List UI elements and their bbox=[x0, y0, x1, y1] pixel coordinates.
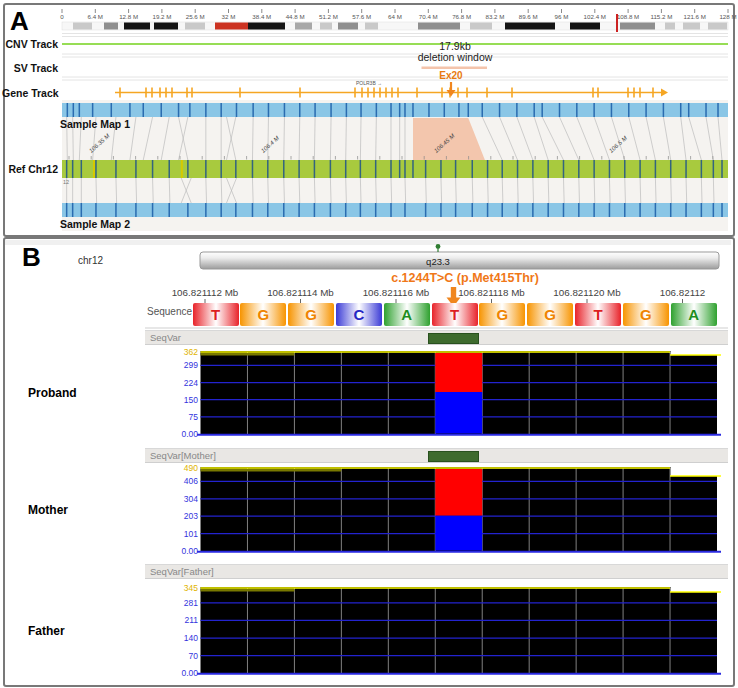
ref-label-tick bbox=[685, 160, 687, 178]
sequence-base-A: A bbox=[384, 303, 430, 326]
ruler-label: 64 M bbox=[388, 13, 402, 20]
map-molecule-tick bbox=[701, 203, 703, 217]
map-molecule-tick bbox=[399, 103, 401, 117]
y-axis-max-label: 345 bbox=[184, 583, 198, 593]
ruler-label: 51.2 M bbox=[319, 13, 338, 20]
map-molecule-tick bbox=[645, 103, 647, 117]
map-molecule-tick bbox=[578, 203, 580, 217]
map-molecule-tick bbox=[628, 103, 630, 117]
ruler-label: 25.6 M bbox=[186, 13, 205, 20]
ruler-label: 121.6 M bbox=[684, 13, 706, 20]
sample-name-mother: Mother bbox=[28, 503, 106, 517]
seqvar-label: SeqVar[Father] bbox=[150, 566, 214, 577]
map-molecule-tick bbox=[330, 103, 332, 117]
ref-label-tick bbox=[314, 160, 316, 178]
y-axis-tick-label: 101 bbox=[184, 529, 198, 539]
sample-name-father: Father bbox=[28, 624, 106, 638]
map-molecule-tick bbox=[390, 203, 392, 217]
sample-name-proband: Proband bbox=[28, 386, 106, 400]
ref-label-tick bbox=[252, 160, 254, 178]
ideogram-band bbox=[104, 23, 118, 30]
gene-name-label: POLR3B → bbox=[356, 80, 382, 86]
map-molecule-tick bbox=[563, 203, 565, 217]
map-molecule-tick bbox=[115, 203, 117, 217]
ruler-label: 102.4 M bbox=[584, 13, 606, 20]
ref-label-tick bbox=[375, 160, 377, 178]
ref-label-tick bbox=[639, 160, 641, 178]
map-molecule-tick bbox=[412, 103, 414, 117]
ref-label-tick bbox=[81, 160, 83, 178]
map-molecule-tick bbox=[187, 203, 189, 217]
gene-track-label: Gene Track bbox=[2, 87, 58, 99]
map-molecule-tick bbox=[655, 203, 657, 217]
map-molecule-tick bbox=[501, 203, 503, 217]
ruler-label: 32 M bbox=[222, 13, 236, 20]
map-molecule-tick bbox=[444, 103, 446, 117]
map-molecule-tick bbox=[680, 103, 682, 117]
cnv-track-label: CNV Track bbox=[2, 38, 58, 50]
y-axis-zero-label: 0.00 bbox=[181, 668, 198, 678]
panel-a-letter: A bbox=[10, 6, 29, 37]
map-molecule-tick bbox=[559, 103, 561, 117]
ruler-label: 76.8 M bbox=[452, 13, 471, 20]
ref-label-tick bbox=[390, 160, 392, 178]
panel-b-header-strip bbox=[5, 240, 731, 245]
position-marker-line bbox=[616, 14, 618, 32]
ref-label-tick bbox=[701, 160, 703, 178]
sv-track-label: SV Track bbox=[2, 62, 58, 74]
variant-alt-allele-block bbox=[435, 516, 482, 551]
map-molecule-tick bbox=[375, 203, 377, 217]
map-molecule-tick bbox=[252, 103, 254, 117]
ref-label-tick bbox=[425, 160, 427, 178]
map-molecule-tick bbox=[314, 103, 316, 117]
map-molecule-tick bbox=[235, 203, 237, 217]
genomic-coordinate-label: 106.821112 Mb bbox=[172, 287, 239, 298]
ref-label-tick bbox=[152, 160, 154, 178]
ref-yellow-tick bbox=[93, 160, 95, 178]
map-molecule-tick bbox=[376, 103, 378, 117]
ideogram-band bbox=[185, 23, 205, 30]
map-molecule-tick bbox=[220, 103, 222, 117]
map-molecule-tick bbox=[160, 103, 162, 117]
map-molecule-tick bbox=[487, 203, 489, 217]
ideogram-band bbox=[215, 23, 248, 30]
map-molecule-tick bbox=[95, 203, 97, 217]
ruler-label: 6.4 M bbox=[88, 13, 103, 20]
ref-chr12-label: Ref Chr12 bbox=[2, 163, 58, 175]
ideogram-band bbox=[708, 23, 727, 30]
map-molecule-tick bbox=[663, 103, 665, 117]
ruler-label: 19.2 M bbox=[152, 13, 171, 20]
y-axis-tick-label: 150 bbox=[184, 395, 198, 405]
ref-label-tick bbox=[517, 160, 519, 178]
map-molecule-tick bbox=[360, 203, 362, 217]
ref-label-tick bbox=[624, 160, 626, 178]
map-molecule-tick bbox=[168, 203, 170, 217]
map-molecule-tick bbox=[360, 103, 362, 117]
ruler-label: 128 M bbox=[719, 13, 736, 20]
ideogram-band bbox=[418, 23, 460, 30]
map-molecule-tick bbox=[472, 203, 474, 217]
map-molecule-tick bbox=[532, 203, 534, 217]
map-molecule-tick bbox=[481, 103, 483, 117]
map-molecule-tick bbox=[440, 203, 442, 217]
variant-arrow-shaft bbox=[451, 287, 456, 298]
ruler-label: 83.2 M bbox=[485, 13, 504, 20]
variant-annotation-label: c.1244T>C (p.Met415Thr) bbox=[345, 271, 585, 285]
ruler-label: 89.6 M bbox=[519, 13, 538, 20]
seqvar-track-proband: SeqVar bbox=[145, 330, 728, 345]
map-molecule-tick bbox=[576, 103, 578, 117]
y-axis-tick-label: 140 bbox=[184, 633, 198, 643]
map-molecule-tick bbox=[81, 203, 83, 217]
genomic-coordinate-label: 106.821118 Mb bbox=[458, 287, 525, 298]
map-molecule-tick bbox=[705, 103, 707, 117]
ref-label-tick bbox=[72, 160, 74, 178]
map-molecule-tick bbox=[428, 103, 430, 117]
y-axis-max-label: 362 bbox=[184, 347, 198, 357]
ref-label-tick bbox=[563, 160, 565, 178]
ref-label-tick bbox=[95, 160, 97, 178]
map-molecule-tick bbox=[639, 203, 641, 217]
map-molecule-tick bbox=[72, 203, 74, 217]
map-molecule-tick bbox=[404, 203, 406, 217]
panel-b-letter: B bbox=[22, 242, 41, 273]
y-axis-tick-label: 299 bbox=[184, 360, 198, 370]
